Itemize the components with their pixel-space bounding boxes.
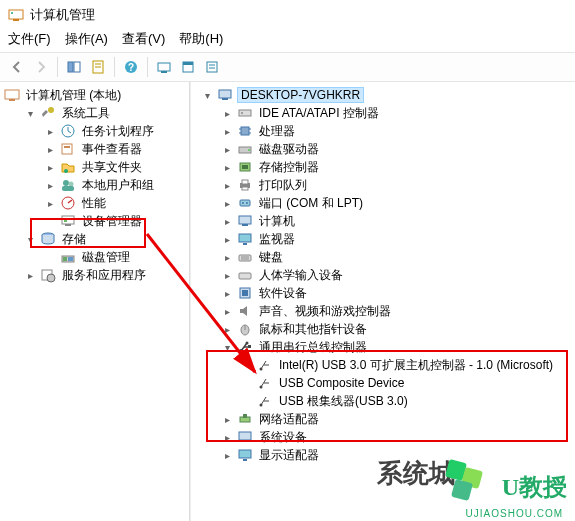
expand-icon[interactable]: ▸	[24, 269, 36, 281]
back-button[interactable]	[6, 56, 28, 78]
tb-icon-1[interactable]	[153, 56, 175, 78]
dm-monitors[interactable]: ▸监视器	[221, 230, 575, 248]
titlebar: 计算机管理	[0, 0, 575, 28]
svg-rect-22	[64, 146, 70, 148]
dm-computers[interactable]: ▸计算机	[221, 212, 575, 230]
tree-shared-folders[interactable]: ▸共享文件夹	[44, 158, 189, 176]
svg-rect-52	[242, 187, 248, 190]
svg-point-55	[246, 202, 248, 204]
perf-icon	[60, 195, 76, 211]
toolbar: ?	[0, 52, 575, 82]
sound-icon	[237, 303, 253, 319]
svg-rect-3	[68, 62, 73, 72]
dm-print-queues[interactable]: ▸打印队列	[221, 176, 575, 194]
svg-rect-4	[74, 62, 80, 72]
svg-rect-18	[9, 99, 15, 101]
menu-view[interactable]: 查看(V)	[122, 30, 165, 48]
dm-cpu[interactable]: ▸处理器	[221, 122, 575, 140]
expand-icon[interactable]: ▸	[221, 179, 233, 191]
watermark-brand2: U教授	[502, 471, 567, 503]
dm-sound[interactable]: ▸声音、视频和游戏控制器	[221, 302, 575, 320]
dm-storage-ctrl[interactable]: ▸存储控制器	[221, 158, 575, 176]
expand-icon[interactable]: ▸	[44, 125, 56, 137]
tb-icon-2[interactable]	[177, 56, 199, 78]
keyboard-icon	[237, 249, 253, 265]
tb-icon-3[interactable]	[201, 56, 223, 78]
dm-computer[interactable]: ▾ DESKTOP-7VGHKRR	[201, 86, 575, 104]
expand-icon[interactable]: ▸	[221, 143, 233, 155]
help-button[interactable]: ?	[120, 56, 142, 78]
svg-rect-59	[243, 243, 247, 245]
tree-event-viewer[interactable]: ▸事件查看器	[44, 140, 189, 158]
svg-rect-79	[243, 459, 247, 461]
tree-system-tools[interactable]: ▾ 系统工具	[24, 104, 189, 122]
tree-services-apps[interactable]: ▸ 服务和应用程序	[24, 266, 189, 284]
svg-rect-1	[13, 19, 19, 21]
dm-ide[interactable]: ▸IDE ATA/ATAPI 控制器	[221, 104, 575, 122]
svg-rect-56	[239, 216, 251, 224]
expand-icon[interactable]: ▸	[221, 125, 233, 137]
expand-icon[interactable]: ▸	[221, 305, 233, 317]
expand-icon[interactable]: ▸	[221, 269, 233, 281]
dm-ports[interactable]: ▸端口 (COM 和 LPT)	[221, 194, 575, 212]
watermark-url: UJIAOSHOU.COM	[466, 508, 563, 519]
svg-rect-11	[161, 71, 167, 73]
expand-icon[interactable]: ▸	[44, 179, 56, 191]
dm-hid[interactable]: ▸人体学输入设备	[221, 266, 575, 284]
computer-mgmt-icon	[4, 87, 20, 103]
expand-icon[interactable]: ▸	[221, 233, 233, 245]
dm-disk-drives[interactable]: ▸磁盘驱动器	[221, 140, 575, 158]
svg-rect-26	[62, 186, 74, 191]
svg-rect-69	[248, 345, 251, 348]
expand-icon[interactable]: ▸	[44, 161, 56, 173]
tree-local-users[interactable]: ▸本地用户和组	[44, 176, 189, 194]
port-icon	[237, 195, 253, 211]
dm-software-devices[interactable]: ▸软件设备	[221, 284, 575, 302]
expand-icon[interactable]: ▸	[221, 323, 233, 335]
svg-rect-37	[219, 90, 231, 98]
svg-point-40	[241, 112, 243, 114]
expand-icon[interactable]: ▸	[44, 143, 56, 155]
mouse-icon	[237, 321, 253, 337]
expand-icon[interactable]: ▸	[221, 107, 233, 119]
expand-icon[interactable]: ▸	[221, 251, 233, 263]
expand-icon[interactable]: ▾	[201, 89, 213, 101]
tools-icon	[40, 105, 56, 121]
expand-icon[interactable]: ▾	[24, 107, 36, 119]
svg-rect-65	[242, 290, 248, 296]
menu-file[interactable]: 文件(F)	[8, 30, 51, 48]
properties-button[interactable]	[87, 56, 109, 78]
svg-point-36	[47, 274, 55, 282]
pc-icon	[237, 213, 253, 229]
ide-icon	[237, 105, 253, 121]
svg-rect-34	[68, 257, 73, 261]
expand-icon[interactable]: ▸	[221, 449, 233, 461]
app-icon	[8, 7, 24, 23]
dm-keyboards[interactable]: ▸键盘	[221, 248, 575, 266]
tree-disk-mgmt[interactable]: 磁盘管理	[44, 248, 189, 266]
dm-mice[interactable]: ▸鼠标和其他指针设备	[221, 320, 575, 338]
expand-icon[interactable]: ▸	[221, 197, 233, 209]
menu-action[interactable]: 操作(A)	[65, 30, 108, 48]
expand-icon[interactable]: ▸	[221, 287, 233, 299]
services-icon	[40, 267, 56, 283]
menu-help[interactable]: 帮助(H)	[179, 30, 223, 48]
hid-icon	[237, 267, 253, 283]
expand-icon[interactable]: ▸	[221, 215, 233, 227]
expand-icon[interactable]: ▸	[44, 197, 56, 209]
svg-rect-78	[239, 450, 251, 458]
svg-rect-10	[158, 63, 170, 71]
svg-rect-21	[62, 144, 72, 154]
tree-performance[interactable]: ▸性能	[44, 194, 189, 212]
tree-task-scheduler[interactable]: ▸任务计划程序	[44, 122, 189, 140]
expand-icon[interactable]: ▸	[221, 161, 233, 173]
display-icon	[237, 447, 253, 463]
users-icon	[60, 177, 76, 193]
svg-point-2	[11, 12, 13, 14]
sw-icon	[237, 285, 253, 301]
svg-rect-53	[240, 200, 250, 206]
forward-button[interactable]	[30, 56, 52, 78]
svg-point-24	[63, 180, 69, 186]
show-hide-button[interactable]	[63, 56, 85, 78]
tree-root[interactable]: 计算机管理 (本地)	[4, 86, 189, 104]
